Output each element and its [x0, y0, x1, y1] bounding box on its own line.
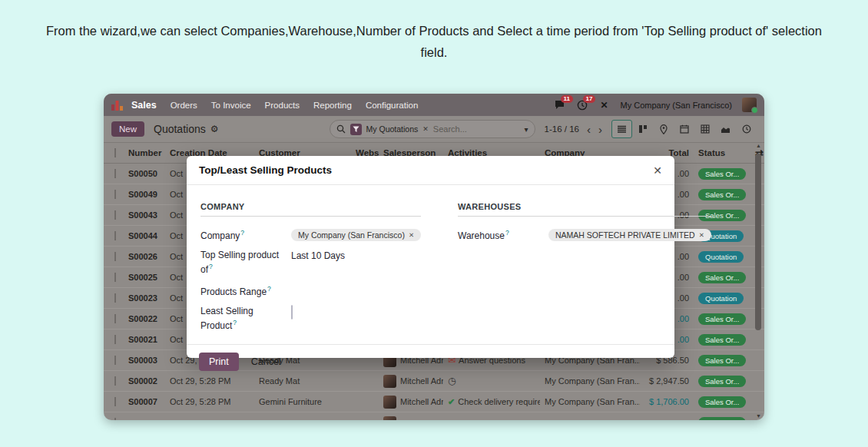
user-avatar[interactable]: [742, 98, 757, 112]
remove-filter-icon[interactable]: ✕: [422, 125, 429, 133]
row-checkbox[interactable]: [114, 376, 116, 386]
view-switcher: [611, 120, 757, 138]
row-checkbox[interactable]: [114, 210, 116, 220]
control-panel: New Quotations ⚙ My Quotations ✕ Search.…: [104, 116, 764, 143]
row-checkbox[interactable]: [114, 397, 116, 406]
row-checkbox[interactable]: [114, 273, 116, 282]
scroll-up-icon[interactable]: ▲: [756, 143, 761, 148]
dialog-title: Top/Least Selling Products: [199, 164, 332, 176]
nav-menu: Orders To Invoice Products Reporting Con…: [171, 101, 419, 110]
row-number: S00007: [124, 397, 165, 406]
warehouse-section: WAREHOUSES Warehouse? NAMAH SOFTECH PRIV…: [458, 202, 711, 339]
row-number: S00025: [124, 273, 165, 282]
products-range-input[interactable]: [291, 283, 421, 284]
least-selling-field: Least Selling Product?: [200, 306, 421, 332]
col-status[interactable]: Status: [694, 148, 755, 157]
scroll-down-icon[interactable]: ▼: [756, 413, 761, 419]
row-number: S00021: [124, 335, 165, 344]
row-number: S00050: [124, 169, 165, 178]
table-row[interactable]: S00007 Oct 29, 5:28 PM Gemini Furniture …: [104, 392, 764, 412]
row-checkbox[interactable]: [114, 252, 116, 261]
calendar-view-icon[interactable]: [674, 120, 694, 138]
scrollbar-thumb[interactable]: [755, 154, 761, 330]
help-icon[interactable]: ?: [209, 263, 213, 270]
search-icon: [336, 124, 346, 134]
search-dropdown-caret-icon[interactable]: ▾: [525, 125, 528, 134]
row-checkbox[interactable]: [114, 169, 116, 178]
graph-view-icon[interactable]: [715, 120, 736, 138]
menu-orders[interactable]: Orders: [171, 101, 197, 110]
company-tag[interactable]: My Company (San Francisco)✕: [291, 229, 421, 241]
row-checkbox[interactable]: [114, 314, 116, 323]
row-number: S00003: [124, 356, 165, 365]
select-all-checkbox[interactable]: [114, 148, 116, 157]
search-bar[interactable]: My Quotations ✕ Search... ▾: [330, 120, 535, 138]
kanban-view-icon[interactable]: [632, 120, 653, 138]
row-checkbox[interactable]: [114, 231, 116, 240]
menu-to-invoice[interactable]: To Invoice: [211, 101, 251, 110]
salesperson-avatar: [383, 416, 396, 421]
cancel-button[interactable]: Cancel: [251, 356, 281, 367]
current-company[interactable]: My Company (San Francisco): [621, 101, 733, 110]
activity-view-icon[interactable]: [736, 120, 757, 138]
row-number: S00022: [124, 314, 165, 323]
messages-icon[interactable]: 11: [554, 99, 566, 111]
activity-label: Check delivery require...: [458, 397, 540, 406]
close-icon[interactable]: ✕: [653, 165, 662, 176]
remove-tag-icon[interactable]: ✕: [409, 231, 414, 239]
debug-tools-icon[interactable]: ✕: [598, 99, 611, 111]
dialog-footer: Print Cancel: [187, 344, 674, 379]
menu-products[interactable]: Products: [265, 101, 300, 110]
row-checkbox[interactable]: [114, 335, 116, 344]
activity-icon: ✔: [448, 397, 455, 407]
active-filter-tag[interactable]: My Quotations: [366, 124, 419, 134]
warehouse-tag[interactable]: NAMAH SOFTECH PRIVATE LIMITED✕: [548, 229, 711, 241]
row-salesperson: Mitchell Admi: [379, 396, 443, 409]
top-selling-select[interactable]: Last 10 Days: [291, 250, 421, 261]
row-activity[interactable]: ✔ Check delivery require...: [443, 397, 540, 407]
help-icon[interactable]: ?: [267, 285, 271, 293]
row-checkbox[interactable]: [114, 293, 116, 303]
app-name[interactable]: Sales: [131, 100, 157, 111]
warehouse-field: Warehouse? NAMAH SOFTECH PRIVATE LIMITED…: [458, 227, 711, 242]
status-badge: Sales Or...: [698, 168, 746, 180]
menu-configuration[interactable]: Configuration: [366, 101, 418, 110]
activities-icon[interactable]: 17: [576, 99, 588, 111]
pivot-view-icon[interactable]: [694, 120, 715, 138]
pager-prev-icon[interactable]: ‹: [587, 124, 591, 135]
table-row[interactable]: Sales Or...: [104, 412, 764, 420]
pager-next-icon[interactable]: ›: [598, 124, 602, 135]
top-least-selling-products-dialog: Top/Least Selling Products ✕ COMPANY Com…: [187, 156, 674, 358]
least-selling-checkbox[interactable]: [291, 305, 293, 320]
actions-gear-icon[interactable]: ⚙: [210, 124, 219, 134]
row-total: $ 1,706.00: [640, 397, 694, 406]
status-badge: Sales Or...: [698, 396, 746, 408]
row-checkbox[interactable]: [114, 190, 116, 199]
help-icon[interactable]: ?: [240, 229, 244, 237]
vertical-scrollbar[interactable]: ▲ ▼: [754, 143, 763, 419]
help-icon[interactable]: ?: [233, 319, 237, 326]
print-button[interactable]: Print: [199, 353, 239, 371]
row-number: S00002: [124, 376, 165, 386]
row-number: S00026: [124, 252, 165, 261]
menu-reporting[interactable]: Reporting: [313, 101, 352, 110]
row-checkbox[interactable]: [114, 356, 116, 365]
company-label: Company?: [200, 227, 283, 242]
row-creation-date: Oct 29, 5:28 PM: [165, 397, 254, 406]
map-view-icon[interactable]: [653, 120, 674, 138]
help-icon[interactable]: ?: [505, 229, 509, 237]
new-button[interactable]: New: [111, 121, 144, 137]
search-placeholder[interactable]: Search...: [433, 124, 520, 134]
dialog-header: Top/Least Selling Products ✕: [187, 156, 674, 185]
pager-counter: 1-16 / 16: [545, 124, 579, 134]
status-badge: Sales Or...: [698, 376, 746, 387]
col-number[interactable]: Number: [124, 148, 165, 157]
row-checkbox[interactable]: [114, 418, 116, 420]
filter-funnel-icon: [350, 124, 362, 135]
list-view-icon[interactable]: [611, 120, 632, 138]
top-selling-field: Top Selling product of? Last 10 Days: [200, 250, 421, 276]
odoo-sales-app-icon[interactable]: [111, 99, 124, 111]
caption-text: From the wizard,we can select Companies,…: [15, 0, 853, 63]
remove-tag-icon[interactable]: ✕: [699, 231, 704, 239]
least-selling-label: Least Selling Product?: [200, 306, 283, 332]
